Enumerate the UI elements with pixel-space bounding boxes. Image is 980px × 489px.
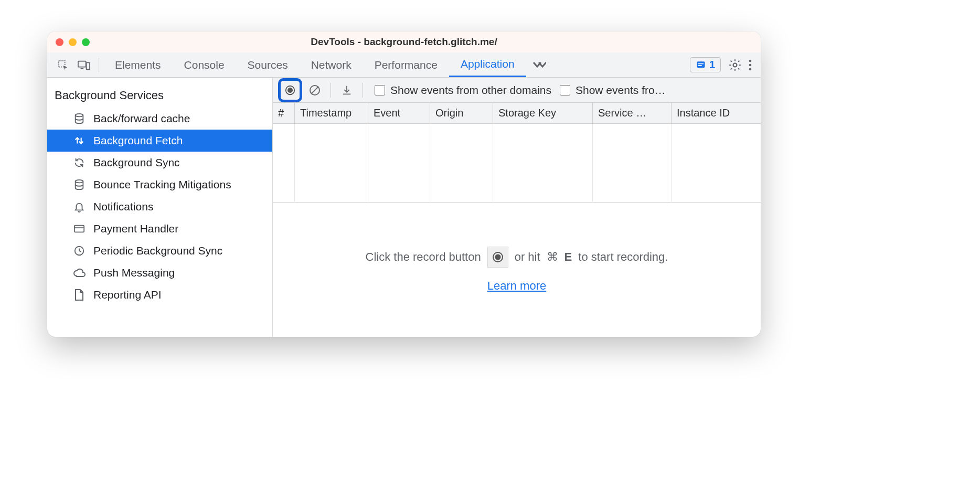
- checkbox-label: Show events fro…: [576, 84, 666, 97]
- traffic-lights: [47, 38, 90, 46]
- sync-icon: [72, 156, 86, 169]
- more-tabs-icon[interactable]: [532, 60, 546, 70]
- svg-point-9: [749, 63, 752, 66]
- separator: [363, 83, 363, 98]
- th-service-worker[interactable]: Service …: [593, 103, 672, 123]
- checkbox-events-truncated[interactable]: Show events fro…: [560, 84, 666, 97]
- svg-rect-1: [78, 61, 86, 67]
- sidebar-item-label: Background Sync: [93, 156, 180, 169]
- sidebar-heading: Background Services: [47, 81, 272, 108]
- inspect-icon[interactable]: [56, 58, 70, 72]
- record-icon: [487, 247, 508, 268]
- svg-rect-5: [698, 63, 704, 64]
- sidebar-item-label: Notifications: [93, 200, 153, 213]
- events-table: # Timestamp Event Origin Storage Key Ser…: [273, 103, 761, 203]
- content-pane: Show events from other domains Show even…: [273, 78, 761, 337]
- sidebar-item-reporting-api[interactable]: Reporting API: [47, 284, 272, 306]
- sidebar-item-periodic-sync[interactable]: Periodic Background Sync: [47, 240, 272, 262]
- cloud-icon: [72, 266, 86, 280]
- sidebar-item-label: Background Fetch: [93, 134, 183, 147]
- checkbox-label: Show events from other domains: [390, 84, 551, 97]
- svg-point-11: [76, 114, 83, 117]
- checkbox-other-domains[interactable]: Show events from other domains: [375, 84, 551, 97]
- svg-point-7: [733, 63, 737, 67]
- sidebar-item-label: Push Messaging: [93, 267, 175, 279]
- sidebar-item-push-messaging[interactable]: Push Messaging: [47, 262, 272, 284]
- th-index[interactable]: #: [273, 103, 295, 123]
- sidebar: Background Services Back/forward cache B…: [47, 78, 273, 337]
- th-instance-id[interactable]: Instance ID: [672, 103, 761, 123]
- titlebar: DevTools - background-fetch.glitch.me/: [47, 31, 761, 52]
- hint-text-prefix: Click the record button: [366, 250, 481, 264]
- updown-icon: [72, 134, 86, 147]
- sidebar-item-background-sync[interactable]: Background Sync: [47, 152, 272, 174]
- sidebar-item-label: Back/forward cache: [93, 112, 190, 125]
- svg-point-10: [749, 68, 752, 70]
- sidebar-item-label: Periodic Background Sync: [93, 244, 222, 257]
- device-toggle-icon[interactable]: [77, 58, 91, 72]
- th-storage-key[interactable]: Storage Key: [493, 103, 593, 123]
- close-window-button[interactable]: [56, 38, 63, 46]
- sidebar-item-label: Reporting API: [93, 289, 162, 301]
- window-title: DevTools - background-fetch.glitch.me/: [47, 36, 761, 48]
- hint-text-suffix: to start recording.: [578, 250, 668, 264]
- svg-rect-13: [74, 226, 84, 232]
- settings-icon[interactable]: [728, 58, 742, 72]
- tab-sources[interactable]: Sources: [236, 52, 300, 77]
- hint-line: Click the record button or hit ⌘ E to st…: [366, 247, 668, 268]
- tab-network[interactable]: Network: [300, 52, 363, 77]
- svg-point-17: [288, 88, 292, 92]
- record-button-highlight: [278, 78, 302, 102]
- panel-tabs: Elements Console Sources Network Perform…: [103, 52, 526, 77]
- separator: [99, 58, 99, 72]
- database-icon: [72, 178, 86, 192]
- minimize-window-button[interactable]: [69, 38, 77, 46]
- sidebar-item-label: Bounce Tracking Mitigations: [93, 178, 231, 191]
- table-body: [273, 124, 761, 203]
- recording-hint: Click the record button or hit ⌘ E to st…: [273, 203, 761, 337]
- issues-count: 1: [709, 59, 715, 71]
- svg-point-22: [495, 255, 500, 260]
- database-icon: [72, 112, 86, 125]
- toolbar: Show events from other domains Show even…: [273, 78, 761, 103]
- svg-rect-6: [698, 65, 702, 66]
- hint-shortcut-sym: ⌘: [547, 250, 558, 264]
- table-header: # Timestamp Event Origin Storage Key Ser…: [273, 103, 761, 124]
- bell-icon: [72, 200, 86, 214]
- tab-elements[interactable]: Elements: [103, 52, 173, 77]
- sidebar-item-background-fetch[interactable]: Background Fetch: [47, 130, 272, 152]
- svg-point-8: [749, 59, 752, 62]
- issues-badge[interactable]: 1: [690, 57, 721, 72]
- svg-point-12: [76, 180, 83, 183]
- file-icon: [72, 288, 86, 302]
- sidebar-item-payment-handler[interactable]: Payment Handler: [47, 218, 272, 240]
- sidebar-item-label: Payment Handler: [93, 222, 178, 235]
- hint-shortcut-key: E: [564, 250, 572, 264]
- sidebar-item-back-forward-cache[interactable]: Back/forward cache: [47, 108, 272, 130]
- svg-rect-4: [697, 61, 705, 68]
- th-event[interactable]: Event: [368, 103, 430, 123]
- checkbox-input[interactable]: [375, 85, 385, 95]
- devtools-topbar: Elements Console Sources Network Perform…: [47, 52, 761, 78]
- tab-application[interactable]: Application: [449, 52, 526, 77]
- devtools-window: DevTools - background-fetch.glitch.me/ E…: [47, 31, 761, 337]
- clock-icon: [72, 244, 86, 258]
- svg-rect-3: [87, 62, 90, 69]
- more-menu-icon[interactable]: [748, 59, 752, 71]
- main-split: Background Services Back/forward cache B…: [47, 78, 761, 337]
- svg-line-19: [311, 87, 318, 94]
- sidebar-item-notifications[interactable]: Notifications: [47, 196, 272, 218]
- separator: [331, 83, 331, 98]
- tab-console[interactable]: Console: [173, 52, 236, 77]
- tab-performance[interactable]: Performance: [363, 52, 449, 77]
- zoom-window-button[interactable]: [82, 38, 90, 46]
- checkbox-input[interactable]: [560, 85, 570, 95]
- hint-text-mid: or hit: [515, 250, 540, 264]
- clear-button[interactable]: [306, 82, 323, 99]
- record-button[interactable]: [282, 82, 299, 99]
- th-origin[interactable]: Origin: [430, 103, 493, 123]
- save-button[interactable]: [338, 82, 355, 99]
- sidebar-item-bounce-tracking[interactable]: Bounce Tracking Mitigations: [47, 174, 272, 196]
- learn-more-link[interactable]: Learn more: [487, 279, 547, 293]
- th-timestamp[interactable]: Timestamp: [295, 103, 368, 123]
